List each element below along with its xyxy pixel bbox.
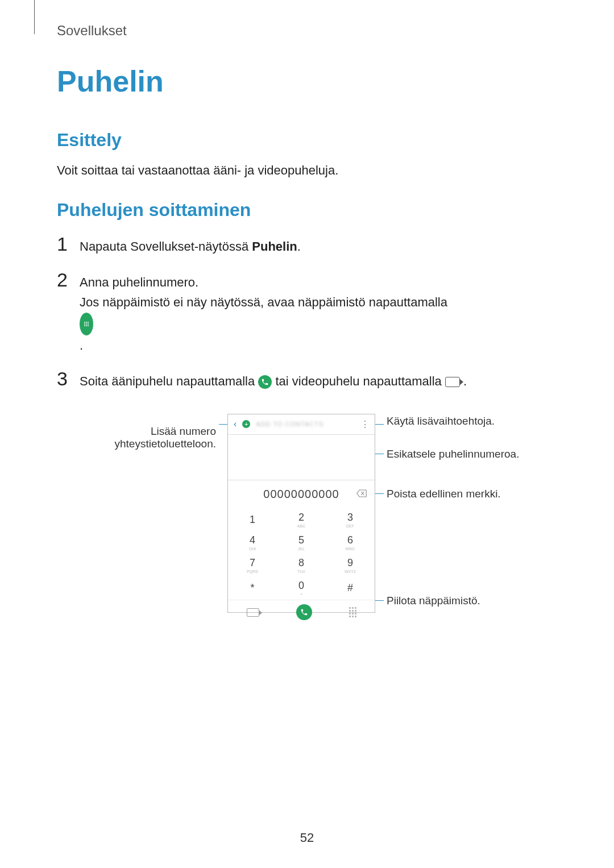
voice-call-button[interactable] [296,604,312,620]
callout-add-contact: Lisää numero yhteystietoluetteloon. [57,425,216,450]
more-options-icon[interactable]: ⋮ [360,419,369,430]
video-call-icon [445,377,460,387]
step-1-pre: Napauta Sovellukset-näytössä [80,239,252,254]
step-2-text: Anna puhelinnumero. Jos näppäimistö ei n… [80,269,557,355]
margin-rule [34,0,35,34]
svg-point-8 [88,325,89,326]
phone-dialer: ‹ + ADD TO CONTACTS ⋮ 00000000000 1 2ABC… [227,414,375,613]
keypad-open-icon [80,313,93,335]
key-2[interactable]: 2ABC [277,509,326,531]
back-icon[interactable]: ‹ [234,419,237,429]
subheading-intro: Esittely [57,130,557,151]
page-number: 52 [0,830,614,845]
step-1: 1 Napauta Sovellukset-näytössä Puhelin. [57,233,557,256]
steps-list: 1 Napauta Sovellukset-näytössä Puhelin. … [57,233,557,391]
step-3-text: Soita äänipuhelu napauttamalla tai video… [80,368,557,391]
key-0[interactable]: 0+ [277,577,326,600]
svg-point-4 [86,323,87,325]
key-6[interactable]: 6MNO [326,531,375,554]
add-contact-icon[interactable]: + [242,420,250,428]
subheading-calls: Puhelujen soittaminen [57,200,557,221]
section-header: Sovellukset [57,23,557,39]
key-8[interactable]: 8TUV [277,554,326,577]
key-4[interactable]: 4GHI [228,531,277,554]
step-2-line2-pre: Jos näppäimistö ei näy näytössä, avaa nä… [80,295,447,309]
key-7[interactable]: 7PQRS [228,554,277,577]
step-number: 3 [57,368,80,390]
dialer-topbar: ‹ + ADD TO CONTACTS ⋮ [228,414,375,435]
intro-text: Voit soittaa tai vastaanottaa ääni- ja v… [57,161,557,180]
key-star[interactable]: * [228,577,277,600]
callout-hide-keypad: Piilota näppäimistö. [387,595,480,607]
keypad: 1 2ABC 3DEF 4GHI 5JKL 6MNO 7PQRS 8TUV 9W… [228,509,375,600]
dialer-figure: Lisää numero yhteystietoluetteloon. Käyt… [91,414,523,630]
svg-point-2 [88,322,89,323]
number-row: 00000000000 [228,480,375,509]
callout-preview: Esikatsele puhelinnumeroa. [387,448,519,460]
step-3-mid: tai videopuhelu napauttamalla [275,374,445,388]
key-3[interactable]: 3DEF [326,509,375,531]
svg-point-1 [86,322,87,323]
svg-point-3 [84,323,85,325]
step-2-line1: Anna puhelinnumero. [80,275,198,289]
callout-delete: Poista edellinen merkki. [387,488,501,500]
dialer-bottom-row [228,600,375,625]
svg-point-7 [86,325,87,326]
dialed-number: 00000000000 [263,488,339,501]
number-preview-area [228,435,375,480]
add-contact-label: ADD TO CONTACTS [256,421,323,427]
step-2: 2 Anna puhelinnumero. Jos näppäimistö ei… [57,269,557,355]
key-hash[interactable]: # [326,577,375,600]
step-number: 2 [57,269,80,291]
svg-point-5 [88,323,89,325]
svg-point-6 [84,325,85,326]
key-1[interactable]: 1 [228,509,277,531]
step-3-pre: Soita äänipuhelu napauttamalla [80,374,258,388]
voice-call-icon [258,375,272,389]
step-3-post: . [463,374,467,388]
callout-more-options: Käytä lisävaihtoehtoja. [387,415,495,427]
hide-keypad-button[interactable] [349,607,356,617]
step-2-line2-post: . [80,338,83,352]
step-number: 1 [57,233,80,255]
page-title: Puhelin [57,64,557,98]
step-3: 3 Soita äänipuhelu napauttamalla tai vid… [57,368,557,391]
backspace-icon[interactable] [356,489,367,500]
step-1-text: Napauta Sovellukset-näytössä Puhelin. [80,233,557,256]
key-5[interactable]: 5JKL [277,531,326,554]
svg-point-0 [84,322,85,323]
video-call-button[interactable] [247,608,259,617]
key-9[interactable]: 9WXYZ [326,554,375,577]
step-1-bold: Puhelin [252,239,297,254]
step-1-post: . [297,239,301,254]
